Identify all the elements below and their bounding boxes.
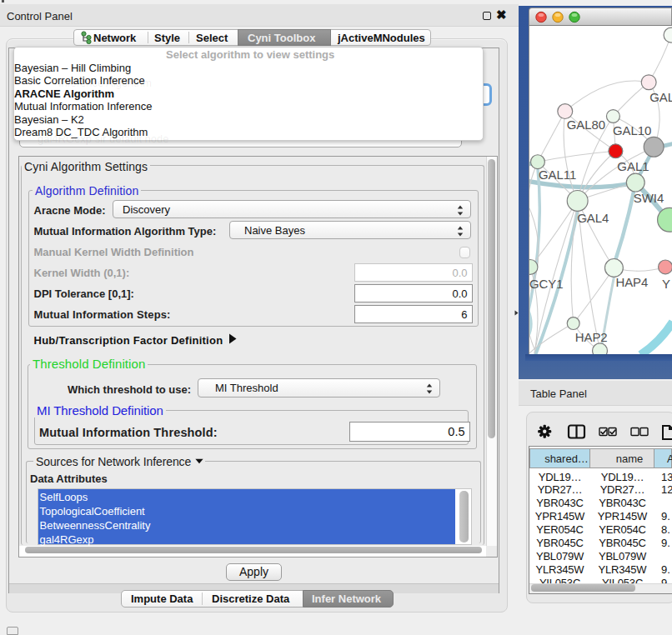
svg-text:GCY1: GCY1 (529, 278, 564, 291)
svg-text:HAP2: HAP2 (575, 331, 608, 344)
svg-text:GAL11: GAL11 (539, 168, 576, 182)
svg-text:GAL1: GAL1 (617, 160, 649, 173)
svg-text:GAL: GAL (649, 91, 672, 104)
svg-text:HAP4: HAP4 (615, 276, 648, 289)
svg-text:SWI4: SWI4 (634, 192, 664, 205)
svg-text:GAL80: GAL80 (567, 118, 605, 132)
svg-text:GAL10: GAL10 (613, 124, 651, 138)
svg-text:GAL4: GAL4 (577, 212, 609, 225)
svg-text:Y: Y (662, 278, 670, 291)
